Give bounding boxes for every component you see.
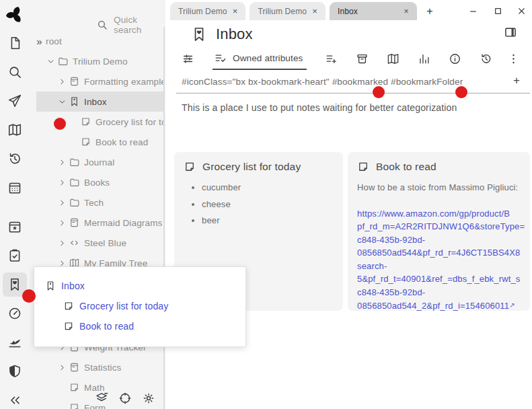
tab-trilium-demo[interactable]: Trilium Demo×	[250, 2, 325, 20]
grocery-item: cucumber	[202, 181, 334, 194]
tree-item-label: Inbox	[84, 97, 107, 107]
root-expand-icon: »	[33, 36, 46, 47]
note-icon	[357, 161, 369, 173]
note-icon	[184, 161, 196, 173]
grocery-bullet-list: cucumbercheesebeer	[202, 181, 334, 227]
book-icon	[69, 217, 80, 228]
window-minimize-button[interactable]	[465, 3, 480, 18]
tree-item-journal[interactable]: Journal	[30, 152, 163, 172]
tree-item-mermaid-diagrams[interactable]: Mermaid Diagrams	[30, 213, 163, 233]
search-icon	[97, 20, 108, 30]
tree-item-grocery-list-for-today[interactable]: Grocery list for today	[30, 112, 163, 132]
chevron-down-icon[interactable]	[56, 98, 69, 106]
chevron-right-icon[interactable]	[56, 77, 69, 86]
tachometer-icon	[7, 306, 22, 321]
tree-item-tech[interactable]: Tech	[30, 192, 163, 213]
attributes-line[interactable]: #iconClass="bx bx-bookmark-heart" #bookm…	[182, 77, 463, 87]
history-icon	[480, 52, 492, 65]
launcher-recent-changes-button[interactable]	[3, 147, 27, 171]
main-pane: Trilium Demo×Trilium Demo×Inbox×+ Inbox …	[165, 0, 532, 409]
tree-item-label: Book to read	[96, 137, 148, 147]
popup-note-link[interactable]: Inbox	[61, 281, 85, 291]
window-maximize-button[interactable]	[490, 3, 505, 18]
launcher-calendar-button[interactable]	[3, 176, 27, 200]
ribbon-revisions-button[interactable]	[480, 52, 492, 65]
ribbon-note-info-button[interactable]	[449, 52, 461, 65]
split-pane-button[interactable]	[504, 26, 517, 39]
tree-item-book-to-read[interactable]: Book to read	[30, 132, 163, 152]
launcher-dashboard-button[interactable]	[3, 301, 27, 326]
chevron-right-icon[interactable]	[56, 158, 69, 167]
ribbon-basic-properties-button[interactable]	[182, 52, 194, 65]
tree-scrollbar[interactable]	[163, 27, 165, 409]
folder-icon	[57, 56, 69, 67]
collapse-tree-button[interactable]	[95, 392, 108, 405]
ribbon-button-group	[307, 52, 461, 65]
annotation-dot	[455, 86, 467, 98]
chevron-right-icon[interactable]	[56, 198, 69, 207]
chevron-right-icon[interactable]	[56, 363, 69, 372]
launcher-jump-to-note-button[interactable]	[3, 89, 27, 113]
add-attribute-button[interactable]: +	[513, 74, 520, 87]
history-icon	[7, 151, 22, 166]
tree-item-trilium-demo[interactable]: Trilium Demo	[30, 51, 163, 71]
card-title[interactable]: Book to read	[376, 161, 436, 173]
launcher-special-date-button[interactable]	[3, 215, 27, 239]
chevron-right-icon[interactable]	[56, 178, 69, 187]
tree-item-label: Grocery list for today	[96, 117, 163, 127]
tree-item-inbox[interactable]: Inbox	[36, 91, 163, 112]
popup-note-link[interactable]: Grocery list for today	[79, 301, 168, 311]
annotation-dot	[22, 289, 36, 303]
trilium-logo-icon	[4, 4, 26, 26]
new-tab-button[interactable]: +	[421, 2, 439, 20]
tree-item-statistics[interactable]: Statistics	[30, 357, 163, 377]
chevron-down-icon[interactable]	[44, 57, 57, 66]
note-icon	[69, 382, 80, 393]
tab-label: Trilium Demo	[258, 7, 307, 16]
window-close-button[interactable]	[514, 3, 529, 18]
folder-icon	[69, 177, 80, 188]
tab-close-icon[interactable]: ×	[404, 6, 409, 16]
launcher-swallow-button[interactable]	[3, 330, 27, 355]
tab-inbox[interactable]: Inbox×	[330, 2, 417, 20]
launcher-protected-session-button[interactable]	[3, 359, 27, 383]
note-description: This is a place I use to put notes waiti…	[182, 102, 457, 113]
launcher-tasks-button[interactable]	[3, 244, 27, 268]
tree-item-label: Formatting examples	[84, 77, 163, 87]
note-icon	[80, 116, 91, 127]
tree-item-steel-blue[interactable]: Steel Blue	[30, 233, 163, 253]
attribute-editor[interactable]: #iconClass="bx bx-bookmark-heart" #bookm…	[165, 71, 532, 94]
amazon-link[interactable]: https://www.amazon.com/gp/product/B pf_r…	[357, 207, 521, 311]
tab-trilium-demo[interactable]: Trilium Demo×	[170, 2, 245, 20]
launcher-search-button[interactable]	[3, 60, 27, 84]
popup-link-grocery-list-for-today: Grocery list for today	[34, 296, 245, 316]
ribbon-note-paths-button[interactable]	[356, 52, 369, 65]
launcher-note-map-button[interactable]	[3, 118, 27, 142]
ribbon-add-attribute-list-button[interactable]	[325, 52, 338, 65]
tab-close-icon[interactable]: ×	[233, 6, 238, 16]
tree-action-buttons	[95, 392, 155, 405]
tree-item-root[interactable]: »root	[30, 31, 163, 51]
tab-close-icon[interactable]: ×	[312, 6, 317, 16]
ribbon-more-menu-button[interactable]	[507, 52, 520, 65]
calendar-star-icon	[7, 219, 22, 234]
tree-settings-button[interactable]	[142, 392, 155, 405]
chevron-right-icon[interactable]	[56, 239, 69, 248]
ribbon-similar-notes-button[interactable]	[418, 52, 430, 65]
launcher-collapse-pane-button[interactable]	[3, 388, 27, 409]
popup-note-link[interactable]: Book to read	[79, 321, 134, 332]
ribbon-note-map-button[interactable]	[387, 52, 400, 65]
launcher-new-note-button[interactable]	[3, 31, 27, 55]
ribbon-tab-owned-attributes[interactable]: Owned attributes	[213, 48, 307, 70]
card-title[interactable]: Grocery list for today	[202, 161, 301, 173]
tab-label: Trilium Demo	[178, 7, 227, 16]
map-icon	[387, 52, 400, 65]
bookmark-icon	[69, 96, 80, 107]
chevrons-left-icon	[7, 393, 22, 408]
scroll-to-active-note-button[interactable]	[118, 392, 132, 405]
tree-item-formatting-examples[interactable]: Formatting examples	[30, 71, 163, 91]
chevron-right-icon[interactable]	[56, 219, 69, 227]
list-plus-icon	[325, 52, 338, 65]
child-note-card-book[interactable]: Book to read How to be a stoic from Mass…	[348, 152, 530, 311]
tree-item-books[interactable]: Books	[30, 172, 163, 192]
